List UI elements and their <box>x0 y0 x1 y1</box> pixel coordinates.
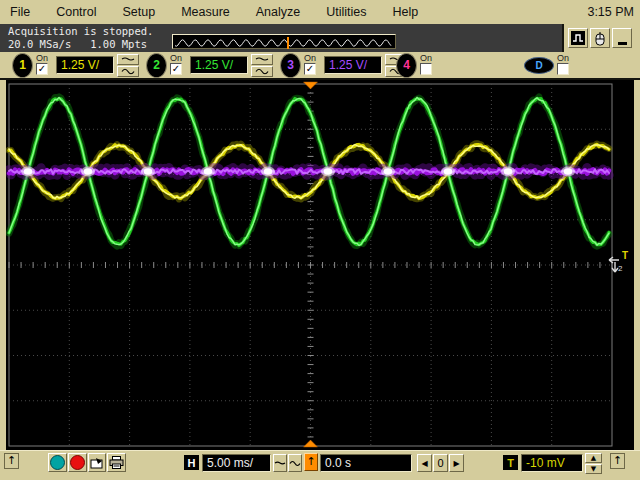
channel-4-controls: 4 On <box>396 52 437 78</box>
panel-arrow-right-button[interactable]: ↑ <box>610 453 625 469</box>
channel-2-on-checkbox[interactable]: ✓ <box>170 63 182 75</box>
minimize-icon <box>618 42 627 45</box>
timebase-field[interactable]: 5.00 ms/ <box>202 454 271 472</box>
menu-measure[interactable]: Measure <box>181 5 230 19</box>
channel-3-on-checkbox[interactable]: ✓ <box>304 63 316 75</box>
menu-setup[interactable]: Setup <box>122 5 155 19</box>
screen-capture-icon <box>90 457 104 469</box>
position-right-button[interactable]: ▶ <box>449 454 464 472</box>
channel-1-on-label: On <box>36 54 48 63</box>
channel-4-on-checkbox[interactable] <box>420 63 432 75</box>
channel-1-badge[interactable]: 1 <box>12 53 33 78</box>
timebase-zoom-out-button[interactable] <box>273 454 287 472</box>
channel-2-on-label: On <box>170 54 182 63</box>
cursor-trigger-letter: T <box>622 250 628 261</box>
stop-button[interactable] <box>68 453 87 472</box>
channel-3-controls: 3 On ✓ 1.25 V/ <box>280 52 407 78</box>
scope-graticule <box>6 80 634 450</box>
digital-channels-controls: D On <box>524 52 574 78</box>
large-sine-icon <box>255 67 269 76</box>
menu-control[interactable]: Control <box>56 5 96 19</box>
channel-4-badge[interactable]: 4 <box>396 53 417 78</box>
trigger-time-reference-button[interactable]: ↑ <box>304 453 318 471</box>
acquisition-status: Acquisition is stopped. 20.0 MSa/s 1.00 … <box>8 25 153 51</box>
clock: 3:15 PM <box>587 5 640 19</box>
channel-1-scale-down-button[interactable] <box>117 66 139 77</box>
acquisition-rate-line2: 20.0 MSa/s 1.00 Mpts <box>8 38 147 50</box>
channel-2-badge[interactable]: 2 <box>146 53 167 78</box>
channel-1-controls: 1 On ✓ 1.25 V/ <box>12 52 139 78</box>
trigger-level-down-button[interactable]: ▼ <box>585 464 602 474</box>
channel-4-on-label: On <box>420 54 432 63</box>
memory-bar-waveform <box>173 37 393 49</box>
menu-utilities[interactable]: Utilities <box>326 5 366 19</box>
stop-icon <box>70 455 85 470</box>
trigger-level-field[interactable]: -10 mV <box>521 454 583 472</box>
oscilloscope-screen: File Control Setup Measure Analyze Utili… <box>0 0 640 480</box>
channel-control-row: 1 On ✓ 1.25 V/ 2 On ✓ 1.25 V/ 3 <box>0 52 640 80</box>
printer-icon <box>109 456 124 469</box>
timebase-zoom-in-button[interactable] <box>288 454 302 472</box>
pulse-mode-button[interactable] <box>568 28 588 48</box>
menu-bar: File Control Setup Measure Analyze Utili… <box>0 0 640 24</box>
large-sine-icon <box>121 67 135 76</box>
window-button-area <box>562 24 640 52</box>
large-sine-icon <box>289 459 301 468</box>
digital-on-label: On <box>557 54 569 63</box>
position-left-button[interactable]: ◀ <box>417 454 432 472</box>
trigger-level-up-button[interactable]: ▲ <box>585 453 602 463</box>
small-sine-icon <box>121 55 135 63</box>
channel-3-badge[interactable]: 3 <box>280 53 301 78</box>
channel-2-scale-up-button[interactable] <box>251 54 273 65</box>
channel-2-controls: 2 On ✓ 1.25 V/ <box>146 52 273 78</box>
trigger-section-label: T <box>503 455 518 470</box>
trigger-drag-cursor: 2 T <box>604 250 632 278</box>
pulse-icon <box>571 31 585 45</box>
run-icon <box>50 455 65 470</box>
position-zero-button[interactable]: 0 <box>433 454 448 472</box>
small-sine-icon <box>255 55 269 63</box>
small-sine-icon <box>274 459 286 467</box>
minimize-button[interactable] <box>612 28 632 48</box>
channel-1-scale-field[interactable]: 1.25 V/ <box>56 56 114 74</box>
digital-channels-badge[interactable]: D <box>524 57 554 74</box>
trigger-position-field[interactable]: 0.0 s <box>320 454 412 472</box>
channel-3-scale-field[interactable]: 1.25 V/ <box>324 56 382 74</box>
cursor-number: 2 <box>618 264 623 273</box>
channel-1-on-checkbox[interactable]: ✓ <box>36 63 48 75</box>
horizontal-section-label: H <box>184 455 199 470</box>
print-button[interactable] <box>107 453 126 472</box>
menu-analyze[interactable]: Analyze <box>256 5 300 19</box>
screen-capture-button[interactable] <box>88 453 106 472</box>
channel-2-scale-field[interactable]: 1.25 V/ <box>190 56 248 74</box>
panel-arrow-left-button[interactable]: ↑ <box>4 453 19 469</box>
channel-3-on-label: On <box>304 54 316 63</box>
channel-2-scale-down-button[interactable] <box>251 66 273 77</box>
channel-1-scale-up-button[interactable] <box>117 54 139 65</box>
mouse-icon <box>594 31 606 46</box>
acquisition-status-line1: Acquisition is stopped. <box>8 25 153 37</box>
waveform-memory-bar[interactable] <box>172 34 396 49</box>
mouse-settings-button[interactable] <box>590 28 610 48</box>
digital-on-checkbox[interactable] <box>557 63 569 75</box>
run-button[interactable] <box>48 453 67 472</box>
menu-help[interactable]: Help <box>393 5 419 19</box>
waveform-display[interactable]: 2 T <box>6 80 634 450</box>
bottom-toolbar: ↑ H 5.00 ms/ ↑ 0.0 s ◀ 0 ▶ T -10 mV ▲ <box>0 450 640 475</box>
channel-2-scale-spinner <box>251 54 273 77</box>
menu-file[interactable]: File <box>10 5 30 19</box>
status-row: Acquisition is stopped. 20.0 MSa/s 1.00 … <box>0 24 640 52</box>
channel-1-scale-spinner <box>117 54 139 77</box>
